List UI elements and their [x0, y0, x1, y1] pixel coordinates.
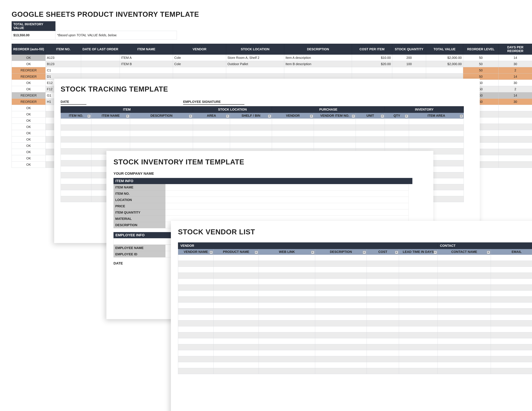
col-cost[interactable]: COST PER ITEM [352, 44, 392, 55]
table-row[interactable] [178, 350, 532, 356]
table-row[interactable] [178, 320, 532, 326]
filter-icon[interactable] [226, 115, 229, 118]
table-row[interactable] [178, 368, 532, 374]
table-row[interactable]: OKA123ITEM AColeStore Room A, Shelf 2Ite… [12, 55, 532, 61]
page-title: GOOGLE SHEETS PRODUCT INVENTORY TEMPLATE [12, 10, 532, 18]
table-row[interactable] [178, 279, 532, 285]
vcol-vname[interactable]: VENDOR NAME [178, 249, 214, 255]
tcol-area[interactable]: AREA [193, 113, 230, 119]
tracking-title: STOCK TRACKING TEMPLATE [61, 85, 473, 93]
table-row[interactable] [61, 142, 464, 149]
filter-icon[interactable] [310, 115, 313, 118]
filter-icon[interactable] [434, 251, 437, 254]
item-title: STOCK INVENTORY ITEM TEMPLATE [114, 158, 426, 166]
filter-icon[interactable] [460, 115, 463, 118]
table-row[interactable] [178, 261, 532, 267]
grp-loc: STOCK LOCATION [193, 106, 272, 113]
table-row[interactable]: OKB123ITEM BColeOutdoor PalletItem B des… [12, 61, 532, 67]
company-name: YOUR COMPANY NAME [114, 171, 426, 176]
tiv-value: $13,550.00 [12, 31, 56, 39]
table-row[interactable] [178, 332, 532, 338]
tracking-sig-label: EMPLOYEE SIGNATURE [183, 100, 244, 105]
vcol-cost[interactable]: COST [367, 249, 399, 255]
filter-icon[interactable] [395, 251, 398, 254]
tcol-shelf[interactable]: SHELF / BIN [230, 113, 272, 119]
table-row[interactable] [61, 125, 464, 131]
table-row[interactable] [178, 303, 532, 308]
table-row[interactable] [178, 255, 532, 261]
tcol-itemname[interactable]: ITEM NAME [91, 113, 130, 119]
tcol-itemarea[interactable]: ITEM AREA [409, 113, 464, 119]
tiv-header: TOTAL INVENTORY VALUE [12, 21, 56, 31]
vcol-web[interactable]: WEB LINK [259, 249, 315, 255]
grp-purchase: PURCHASE [272, 106, 385, 113]
table-row[interactable] [178, 314, 532, 320]
table-row[interactable] [61, 119, 464, 125]
tcol-desc[interactable]: DESCRIPTION [130, 113, 193, 119]
tcol-vendoritem[interactable]: VENDOR ITEM NO. [314, 113, 356, 119]
table-row[interactable] [178, 267, 532, 273]
item-info-hdr: ITEM INFO [114, 178, 412, 184]
tcol-vendor[interactable]: VENDOR [272, 113, 314, 119]
table-row[interactable] [178, 326, 532, 332]
table-row[interactable] [61, 131, 464, 137]
col-qty[interactable]: STOCK QUANTITY [392, 44, 426, 55]
col-total[interactable]: TOTAL VALUE [426, 44, 463, 55]
table-row[interactable]: REORDERC1502 [12, 67, 532, 74]
filter-icon[interactable] [363, 251, 366, 254]
col-stockloc[interactable]: STOCK LOCATION [226, 44, 284, 55]
table-row[interactable] [178, 273, 532, 279]
filter-icon[interactable] [381, 115, 384, 118]
grp-inv: INVENTORY [385, 106, 464, 113]
vendor-table: VENDOR CONTACT VENDOR NAME PRODUCT NAME … [178, 243, 532, 374]
table-row[interactable] [178, 356, 532, 362]
filter-icon[interactable] [126, 115, 129, 118]
vgrp-vendor: VENDOR [178, 243, 438, 249]
table-row[interactable] [178, 285, 532, 291]
filter-icon[interactable] [487, 251, 490, 254]
col-desc[interactable]: DESCRIPTION [284, 44, 352, 55]
filter-icon[interactable] [189, 115, 192, 118]
filter-icon[interactable] [268, 115, 271, 118]
table-row[interactable] [178, 308, 532, 314]
tcol-itemno[interactable]: ITEM NO. [61, 113, 91, 119]
filter-icon[interactable] [352, 115, 355, 118]
tiv-box: TOTAL INVENTORY VALUE $13,550.00 *Based … [12, 21, 177, 39]
col-reorder[interactable]: REORDER (auto-fill) [12, 44, 46, 55]
vgrp-contact: CONTACT [438, 243, 532, 249]
filter-icon[interactable] [405, 115, 408, 118]
vcol-lead[interactable]: LEAD TIME IN DAYS [399, 249, 438, 255]
filter-icon[interactable] [255, 251, 258, 254]
vcol-pname[interactable]: PRODUCT NAME [214, 249, 259, 255]
tiv-note: *Based upon TOTAL VALUE fields, below. [56, 31, 177, 39]
tcol-qty[interactable]: QTY [385, 113, 409, 119]
grp-item: ITEM [61, 106, 193, 113]
table-row[interactable] [178, 362, 532, 368]
tcol-unit[interactable]: UNIT [356, 113, 385, 119]
col-itemname[interactable]: ITEM NAME [120, 44, 173, 55]
table-row[interactable] [178, 344, 532, 350]
table-row[interactable] [61, 137, 464, 142]
tracking-date-label: DATE [61, 100, 86, 105]
table-row[interactable] [178, 297, 532, 303]
filter-icon[interactable] [87, 115, 91, 118]
vcol-cname[interactable]: CONTACT NAME [438, 249, 491, 255]
vcol-desc[interactable]: DESCRIPTION [315, 249, 367, 255]
vcol-email[interactable]: EMAIL [491, 249, 532, 255]
vendor-title: STOCK VENDOR LIST [178, 228, 532, 236]
col-vendor[interactable]: VENDOR [173, 44, 226, 55]
table-row[interactable] [178, 338, 532, 344]
col-days[interactable]: DAYS PER REORDER [499, 44, 532, 55]
table-row[interactable] [178, 291, 532, 297]
filter-icon[interactable] [209, 251, 213, 254]
col-itemno[interactable]: ITEM NO. [46, 44, 81, 55]
filter-icon[interactable] [311, 251, 314, 254]
col-lastorder[interactable]: DATE OF LAST ORDER [81, 44, 120, 55]
col-reorderlvl[interactable]: REORDER LEVEL [463, 44, 499, 55]
